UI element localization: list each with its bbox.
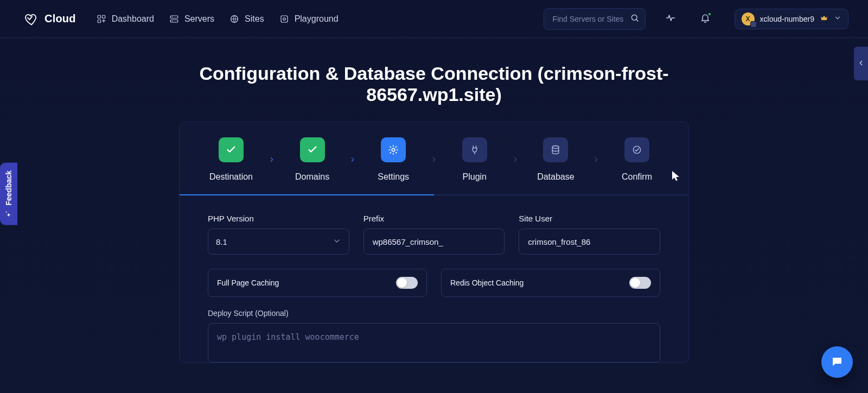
svg-point-10 — [631, 15, 637, 20]
step-destination-label: Destination — [209, 172, 253, 182]
step-database[interactable]: Database — [526, 137, 585, 182]
step-plugin-icon — [462, 137, 487, 162]
toggle-switch[interactable] — [629, 277, 651, 289]
cursor-icon — [672, 170, 680, 183]
servers-icon — [169, 14, 179, 24]
activity-button[interactable] — [661, 9, 680, 29]
chat-button[interactable] — [821, 346, 853, 378]
step-confirm[interactable]: Confirm — [607, 137, 667, 182]
svg-rect-1 — [102, 15, 105, 18]
nav-servers-label: Servers — [184, 14, 214, 24]
nav-dashboard-label: Dashboard — [112, 14, 154, 24]
siteuser-input[interactable] — [527, 237, 652, 247]
step-settings-icon — [381, 137, 406, 162]
full-page-caching-label: Full Page Caching — [217, 278, 279, 287]
chevron-down-icon — [333, 237, 341, 247]
step-domains-icon — [300, 137, 325, 162]
siteuser-label: Site User — [519, 214, 660, 223]
full-page-caching-toggle[interactable]: Full Page Caching — [208, 269, 427, 297]
stepper-progress — [180, 194, 688, 195]
avatar: X — [742, 12, 755, 26]
prefix-input[interactable] — [372, 237, 497, 247]
prefix-label: Prefix — [363, 214, 505, 223]
step-settings-label: Settings — [378, 172, 409, 182]
deploy-script-field: Deploy Script (Optional) — [208, 309, 660, 363]
svg-point-5 — [171, 16, 173, 17]
search-input[interactable] — [552, 14, 624, 24]
nav-playground-label: Playground — [295, 14, 339, 24]
toggle-switch[interactable] — [396, 277, 418, 289]
deploy-script-textarea-wrap — [208, 323, 660, 363]
step-database-label: Database — [537, 172, 575, 182]
step-settings[interactable]: Settings — [363, 137, 423, 182]
redis-caching-toggle[interactable]: Redis Object Caching — [441, 269, 660, 297]
php-version-select[interactable]: 8.1 — [208, 229, 349, 255]
step-domains[interactable]: Domains — [283, 137, 342, 182]
nav-dashboard[interactable]: Dashboard — [97, 14, 154, 24]
svg-rect-3 — [170, 16, 178, 18]
settings-form: PHP Version 8.1 Prefix Site User — [180, 195, 688, 363]
brand-name: Cloud — [44, 12, 76, 25]
playground-icon — [279, 14, 289, 24]
logo-icon — [24, 11, 39, 27]
crown-icon — [820, 14, 828, 24]
notifications-button[interactable] — [695, 9, 715, 29]
siteuser-field: Site User — [519, 214, 660, 255]
nav-sites[interactable]: Sites — [229, 14, 264, 24]
nav-sites-label: Sites — [245, 14, 264, 24]
activity-icon — [665, 12, 676, 25]
notification-dot-icon — [707, 12, 712, 16]
svg-rect-2 — [98, 20, 100, 22]
feedback-label: Feedback — [4, 170, 13, 206]
php-version-value: 8.1 — [216, 237, 227, 246]
stepper: Destination Domains Settings — [180, 122, 688, 195]
php-version-field: PHP Version 8.1 — [208, 214, 349, 255]
siteuser-input-wrap — [519, 229, 660, 255]
deploy-script-label: Deploy Script (Optional) — [208, 309, 660, 318]
svg-rect-4 — [170, 20, 178, 22]
svg-rect-0 — [98, 15, 100, 18]
step-destination-icon — [219, 137, 244, 162]
toggle-knob-icon — [397, 278, 407, 288]
step-destination[interactable]: Destination — [201, 137, 261, 182]
user-menu[interactable]: X xcloud-number9 — [735, 9, 848, 29]
svg-point-13 — [633, 146, 640, 153]
step-plugin[interactable]: Plugin — [445, 137, 505, 182]
chevron-right-icon — [430, 156, 438, 163]
nav-playground[interactable]: Playground — [279, 14, 339, 24]
svg-point-11 — [392, 148, 395, 151]
step-confirm-icon — [624, 137, 649, 162]
svg-point-12 — [553, 146, 559, 149]
page-title: Configuration & Database Connection (cri… — [136, 63, 732, 105]
avatar-initial: X — [746, 15, 750, 23]
feedback-tab[interactable]: Feedback — [0, 163, 17, 225]
dashboard-icon — [97, 14, 106, 24]
php-version-label: PHP Version — [208, 214, 349, 223]
svg-rect-8 — [281, 16, 288, 22]
logo[interactable]: Cloud — [24, 11, 76, 27]
sites-icon — [229, 14, 239, 24]
avatar-badge-icon — [750, 21, 757, 28]
topbar: Cloud Dashboard Servers Sites Playground — [0, 0, 868, 38]
search-icon — [630, 13, 640, 24]
prefix-input-wrap — [363, 229, 505, 255]
stepper-progress-bar — [180, 194, 434, 195]
svg-point-6 — [171, 21, 173, 22]
search-box[interactable] — [544, 8, 646, 30]
nav-servers[interactable]: Servers — [169, 14, 214, 24]
prefix-field: Prefix — [363, 214, 505, 255]
deploy-script-textarea[interactable] — [216, 331, 652, 353]
chevron-left-icon — [857, 59, 865, 68]
step-database-icon — [543, 137, 568, 162]
svg-point-9 — [283, 17, 285, 20]
chevron-right-icon — [349, 156, 356, 163]
wizard-panel: Destination Domains Settings — [179, 122, 689, 363]
chat-icon — [831, 355, 844, 370]
redis-caching-label: Redis Object Caching — [450, 278, 524, 287]
right-panel-toggle[interactable] — [854, 47, 868, 80]
chevron-right-icon — [512, 156, 519, 163]
page: Configuration & Database Connection (cri… — [0, 38, 868, 363]
chevron-right-icon — [592, 156, 600, 163]
step-plugin-label: Plugin — [463, 172, 487, 182]
sparkle-icon — [4, 210, 13, 218]
